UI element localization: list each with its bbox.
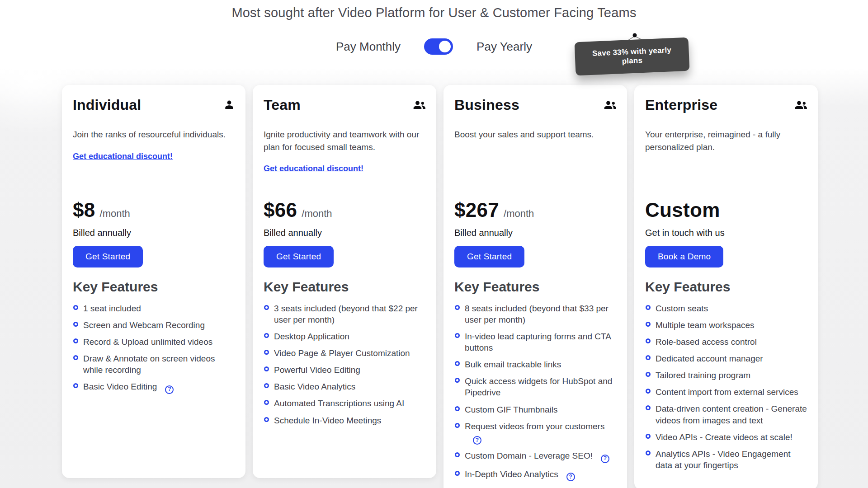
pay-monthly-label: Pay Monthly: [336, 40, 401, 54]
plan-price: Custom: [645, 199, 720, 221]
feature-item: Quick access widgets for HubSpot and Pip…: [454, 375, 616, 398]
feature-item: Custom GIF Thumbnails: [454, 404, 616, 415]
feature-item: Powerful Video Editing: [264, 364, 425, 375]
help-icon[interactable]: ?: [566, 473, 575, 481]
people-icon: [604, 97, 616, 110]
feature-item: Desktop Application: [264, 331, 425, 342]
feature-item: Custom Domain - Leverage SEO!?: [454, 450, 616, 463]
plan-description: Your enterprise, reimagined - a fully pe…: [645, 128, 807, 153]
feature-item: Basic Video Analytics: [264, 381, 425, 392]
pay-yearly-label: Pay Yearly: [476, 40, 532, 54]
book-demo-button[interactable]: Book a Demo: [645, 246, 723, 267]
feature-text: Custom Domain - Leverage SEO!?: [465, 450, 609, 463]
bullet-icon: [455, 423, 460, 428]
bullet-icon: [264, 350, 269, 355]
feature-text: Schedule In-Video Meetings: [274, 415, 381, 426]
bullet-icon: [264, 305, 269, 310]
feature-item: Automated Transcriptions using AI: [264, 398, 425, 409]
feature-item: Content import from external services: [645, 386, 807, 398]
billing-note: Billed annually: [264, 228, 425, 239]
feature-item: Video APIs - Create videos at scale!: [645, 432, 807, 443]
feature-item: Custom seats: [645, 303, 807, 314]
feature-text: Video APIs - Create videos at scale!: [656, 432, 793, 443]
plan-price: $66: [264, 199, 297, 221]
key-features-heading: Key Features: [264, 279, 425, 295]
feature-text: Draw & Annotate on screen videos while r…: [83, 353, 235, 375]
feature-text: Automated Transcriptions using AI: [274, 398, 404, 409]
plan-price: $267: [454, 199, 499, 221]
feature-item: Draw & Annotate on screen videos while r…: [73, 353, 235, 375]
feature-text: Screen and Webcam Recording: [83, 319, 205, 331]
feature-text: Multiple team workspaces: [656, 319, 755, 331]
feature-text: In-Depth Video Analytics?: [465, 469, 575, 481]
feature-text: Powerful Video Editing: [274, 364, 360, 375]
bullet-icon: [455, 406, 460, 411]
feature-text: Record & Upload unlimited videos: [83, 336, 212, 347]
feature-item: Multiple team workspaces: [645, 319, 807, 331]
bullet-icon: [73, 338, 78, 343]
plan-price: $8: [73, 199, 95, 221]
bullet-icon: [646, 450, 651, 455]
plan-card-business: Business Boost your sales and support te…: [443, 85, 627, 488]
help-icon[interactable]: ?: [601, 455, 609, 463]
page-title: Most sought after Video Platform for Use…: [0, 0, 868, 20]
feature-item: Video Page & Player Customization: [264, 347, 425, 359]
feature-text: 3 seats included (beyond that $22 per us…: [274, 303, 425, 325]
feature-text: Data-driven content creation - Generate …: [656, 403, 807, 426]
feature-item: Bulk email trackable links: [454, 359, 616, 370]
bullet-icon: [455, 471, 460, 476]
feature-text: Basic Video Editing?: [83, 381, 174, 394]
plan-card-enterprise: Enterprise Your enterprise, reimagined -…: [634, 85, 818, 488]
billing-toggle[interactable]: [424, 38, 453, 55]
feature-text: Content import from external services: [656, 386, 798, 398]
feature-item: Role-based access control: [645, 336, 807, 347]
feature-text: Analytics APIs - Video Engagement data a…: [656, 448, 807, 471]
price-period: /month: [100, 208, 130, 220]
bullet-icon: [455, 333, 460, 338]
feature-text: Custom GIF Thumbnails: [465, 404, 558, 415]
feature-item: Request videos from your customers?: [454, 421, 616, 445]
educational-discount-link[interactable]: Get educational discount!: [264, 164, 363, 174]
price-period: /month: [504, 208, 534, 220]
plan-description: Boost your sales and support teams.: [454, 128, 616, 141]
bullet-icon: [646, 322, 651, 327]
feature-text: Video Page & Player Customization: [274, 347, 410, 359]
feature-text: Request videos from your customers?: [465, 421, 616, 445]
feature-list: 8 seats included (beyond that $33 per us…: [454, 303, 616, 488]
key-features-heading: Key Features: [454, 279, 616, 295]
bullet-icon: [264, 383, 269, 388]
feature-item: Tailored training program: [645, 370, 807, 381]
bullet-icon: [264, 366, 269, 371]
toggle-knob: [439, 41, 451, 52]
price-period: /month: [302, 208, 332, 220]
feature-item: Schedule In-Video Meetings: [264, 415, 425, 426]
feature-text: Tailored training program: [656, 370, 750, 381]
feature-text: Quick access widgets for HubSpot and Pip…: [465, 375, 616, 398]
bullet-icon: [646, 305, 651, 310]
educational-discount-link[interactable]: Get educational discount!: [73, 152, 173, 161]
plan-description: Ignite productivity and teamwork with ou…: [264, 128, 425, 153]
bullet-icon: [646, 355, 651, 360]
bullet-icon: [646, 405, 651, 410]
help-icon[interactable]: ?: [165, 385, 174, 394]
bullet-icon: [455, 361, 460, 366]
plan-title: Team: [264, 97, 301, 113]
bullet-icon: [646, 434, 651, 439]
feature-item: 8 seats included (beyond that $33 per us…: [454, 303, 616, 325]
get-started-button[interactable]: Get Started: [264, 246, 334, 267]
get-started-button[interactable]: Get Started: [73, 246, 143, 267]
people-icon: [794, 97, 807, 110]
feature-list: Custom seats Multiple team workspaces Ro…: [645, 303, 807, 471]
plan-description: Join the ranks of resourceful individual…: [73, 128, 235, 141]
feature-item: Analytics APIs - Video Engagement data a…: [645, 448, 807, 471]
help-icon[interactable]: ?: [473, 436, 481, 445]
get-started-button[interactable]: Get Started: [454, 246, 524, 267]
bullet-icon: [646, 372, 651, 377]
feature-text: Desktop Application: [274, 331, 349, 342]
people-icon: [413, 97, 425, 110]
feature-item: In-video lead capturing forms and CTA bu…: [454, 331, 616, 353]
key-features-heading: Key Features: [645, 279, 807, 295]
plan-title: Business: [454, 97, 519, 113]
person-icon: [224, 97, 235, 110]
feature-text: 1 seat included: [83, 303, 141, 314]
